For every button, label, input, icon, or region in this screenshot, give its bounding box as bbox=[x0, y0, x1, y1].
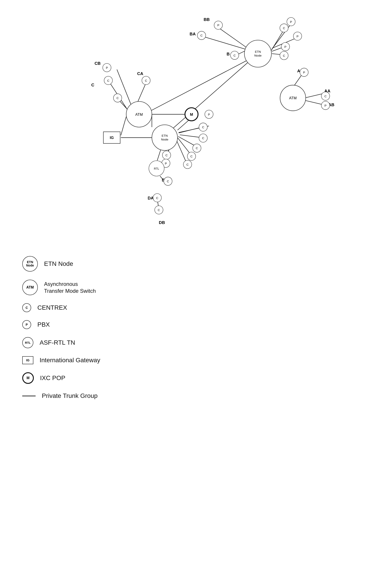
legend-item-atm: ATM AsynchronousTransfer Mode Switch bbox=[22, 280, 100, 295]
legend-item-ixc-pop: M IXC POP bbox=[22, 372, 100, 384]
svg-text:P: P bbox=[284, 45, 286, 49]
svg-text:M: M bbox=[190, 112, 193, 117]
legend-item-asfrtl: RTL ASF-RTL TN bbox=[22, 337, 100, 348]
svg-text:ATM: ATM bbox=[289, 96, 297, 100]
svg-text:P: P bbox=[297, 35, 299, 38]
svg-text:C: C bbox=[202, 137, 204, 140]
svg-text:C: C bbox=[190, 155, 193, 158]
ixc-circle-label: M bbox=[26, 376, 29, 380]
legend-item-etn: ETN Node ETN Node bbox=[22, 256, 100, 272]
svg-line-22 bbox=[178, 137, 195, 146]
svg-text:BA: BA bbox=[189, 32, 196, 36]
svg-text:P: P bbox=[106, 66, 108, 69]
svg-line-8 bbox=[151, 60, 247, 111]
svg-text:ATM: ATM bbox=[135, 112, 143, 117]
legend-text-centrex: CENTREX bbox=[37, 304, 67, 312]
page: ETN Node BB P BA C B C C P bbox=[0, 0, 376, 588]
atm-circle: ATM bbox=[22, 280, 38, 295]
pbx-circle: P bbox=[22, 320, 31, 329]
etn-circle-label: ETN Node bbox=[23, 260, 37, 267]
svg-text:C: C bbox=[234, 54, 236, 57]
legend-icon-etn: ETN Node bbox=[22, 256, 38, 272]
svg-line-9 bbox=[172, 62, 249, 129]
svg-text:P: P bbox=[217, 24, 219, 27]
svg-text:ETN: ETN bbox=[255, 50, 261, 53]
legend-icon-centrex: C bbox=[22, 303, 31, 312]
svg-text:C: C bbox=[166, 154, 168, 157]
svg-text:ETN: ETN bbox=[162, 134, 168, 137]
svg-text:Node: Node bbox=[161, 138, 168, 141]
svg-text:C: C bbox=[283, 54, 285, 57]
legend-text-intl-gateway: International Gateway bbox=[40, 356, 100, 364]
svg-text:C: C bbox=[156, 196, 158, 200]
ig-rect: IG bbox=[22, 356, 33, 364]
svg-line-21 bbox=[180, 135, 202, 138]
etn-circle: ETN Node bbox=[22, 256, 38, 272]
svg-text:C: C bbox=[324, 95, 327, 98]
svg-text:IG: IG bbox=[110, 136, 114, 140]
svg-text:C: C bbox=[91, 83, 94, 87]
network-svg: ETN Node BB P BA C B C C P bbox=[0, 0, 376, 245]
legend-icon-pbx: P bbox=[22, 320, 31, 329]
svg-line-31 bbox=[121, 117, 126, 135]
legend-text-private-trunk: Private Trunk Group bbox=[42, 392, 98, 400]
svg-text:C: C bbox=[283, 26, 285, 30]
legend-item-intl-gateway: IG International Gateway bbox=[22, 356, 100, 364]
legend-item-pbx: P PBX bbox=[22, 320, 100, 329]
legend-icon-atm: ATM bbox=[22, 280, 38, 295]
svg-text:C: C bbox=[158, 208, 160, 212]
ixc-circle: M bbox=[22, 372, 34, 384]
diagram-area: ETN Node BB P BA C B C C P bbox=[0, 0, 376, 245]
centrex-circle-label: C bbox=[26, 306, 28, 310]
svg-text:P: P bbox=[208, 113, 210, 116]
svg-text:B: B bbox=[227, 52, 230, 56]
svg-line-1 bbox=[202, 36, 249, 50]
svg-text:P: P bbox=[165, 162, 167, 165]
ig-rect-label: IG bbox=[26, 358, 30, 362]
svg-text:CB: CB bbox=[94, 61, 101, 66]
legend-icon-asfrtl: RTL bbox=[22, 337, 33, 348]
svg-text:P: P bbox=[303, 71, 305, 74]
legend-text-asfrtl: ASF-RTL TN bbox=[40, 339, 75, 347]
legend-area: ETN Node ETN Node ATM AsynchronousTransf… bbox=[22, 256, 100, 400]
legend-item-centrex: C CENTREX bbox=[22, 303, 100, 312]
svg-text:P: P bbox=[290, 20, 292, 24]
trunk-line bbox=[22, 396, 36, 396]
svg-text:C: C bbox=[167, 180, 169, 183]
svg-text:C: C bbox=[187, 163, 189, 166]
rtl-circle-label: RTL bbox=[25, 341, 31, 344]
legend-text-etn: ETN Node bbox=[44, 260, 73, 268]
svg-text:C: C bbox=[202, 126, 204, 129]
legend-icon-intl-gateway: IG bbox=[22, 356, 33, 364]
svg-text:C: C bbox=[107, 79, 109, 82]
centrex-circle: C bbox=[22, 303, 31, 312]
legend-text-pbx: PBX bbox=[37, 321, 50, 329]
svg-text:C: C bbox=[116, 96, 119, 100]
legend-icon-private-trunk bbox=[22, 396, 36, 396]
svg-text:RTL: RTL bbox=[154, 167, 159, 170]
svg-text:C: C bbox=[200, 34, 203, 37]
svg-text:CA: CA bbox=[137, 71, 144, 76]
svg-text:P: P bbox=[325, 104, 327, 107]
pbx-circle-label: P bbox=[26, 323, 28, 326]
svg-text:BB: BB bbox=[204, 17, 209, 22]
svg-line-23 bbox=[178, 138, 190, 154]
legend-icon-ixc-pop: M bbox=[22, 372, 34, 384]
svg-text:C: C bbox=[145, 79, 147, 82]
legend-item-private-trunk: Private Trunk Group bbox=[22, 392, 100, 400]
atm-circle-label: ATM bbox=[26, 285, 34, 289]
legend-text-atm: AsynchronousTransfer Mode Switch bbox=[44, 280, 96, 294]
legend-text-ixc-pop: IXC POP bbox=[40, 374, 65, 382]
svg-text:C: C bbox=[196, 147, 198, 150]
rtl-circle: RTL bbox=[22, 337, 33, 348]
svg-text:DB: DB bbox=[159, 220, 165, 225]
svg-text:Node: Node bbox=[254, 54, 262, 57]
